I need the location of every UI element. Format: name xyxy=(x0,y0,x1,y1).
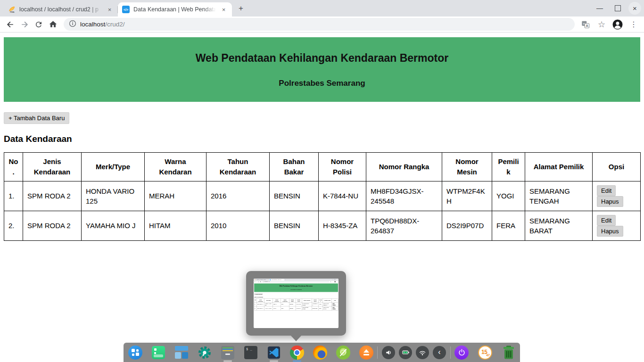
tab-close-icon[interactable]: × xyxy=(220,6,228,14)
table-cell: BENSIN xyxy=(270,181,319,211)
table-cell: 1. xyxy=(4,181,23,211)
home-button[interactable] xyxy=(46,17,60,32)
control-center-icon[interactable] xyxy=(198,343,212,362)
launcher-icon[interactable] xyxy=(128,343,142,362)
table-cell: 2. xyxy=(4,211,23,240)
add-data-button[interactable]: + Tambah Data Baru xyxy=(4,112,69,124)
tab-title: Data Kendaraan | Web Pendata xyxy=(133,6,216,13)
bookmark-star-icon[interactable]: ☆ xyxy=(594,17,609,32)
address-bar[interactable]: localhost/crud2/ xyxy=(64,18,575,31)
tab-bar: PMA localhost / localhost / crud2 | p × … xyxy=(0,0,644,16)
file-manager-icon[interactable] xyxy=(151,343,165,362)
battery-icon[interactable] xyxy=(398,343,413,362)
table-cell: SEMARANG BARAT xyxy=(525,211,593,240)
clock-minute: 47 xyxy=(486,354,490,357)
column-header: Alamat Pemilik xyxy=(525,153,593,181)
chrome-icon[interactable] xyxy=(290,343,304,362)
table-cell-actions: EditHapus xyxy=(593,211,641,240)
minimize-button[interactable]: — xyxy=(593,1,607,15)
vscode-icon[interactable] xyxy=(267,343,281,362)
android-studio-icon[interactable] xyxy=(336,343,350,362)
window-preview-popup[interactable]: PMA localhost / localhost / crud2 | p × … xyxy=(246,271,346,336)
table-cell: HITAM xyxy=(145,211,206,240)
wifi-icon[interactable] xyxy=(415,343,429,362)
table-cell: BENSIN xyxy=(270,211,319,240)
table-cell: YAMAHA MIO J xyxy=(82,211,145,240)
column-header: Nomor Rangka xyxy=(366,153,442,181)
forward-button[interactable] xyxy=(17,17,32,32)
trash-icon[interactable] xyxy=(502,343,516,362)
volume-icon[interactable] xyxy=(381,343,396,362)
table-row: 1.SPM RODA 2HONDA VARIO 125MERAH2016BENS… xyxy=(4,181,641,211)
power-icon[interactable] xyxy=(454,343,469,362)
text-editor-icon[interactable] xyxy=(221,343,235,362)
table-cell: K-7844-NU xyxy=(319,181,366,211)
column-header: Nomor Polisi xyxy=(319,153,366,181)
window-controls: — × xyxy=(593,0,641,16)
profile-avatar-icon[interactable] xyxy=(611,17,625,32)
column-header: Opsi xyxy=(593,153,641,181)
column-header: Jenis Kendaraan xyxy=(23,153,82,181)
phpmyadmin-favicon-icon: PMA xyxy=(8,6,16,13)
svg-text:A: A xyxy=(331,281,331,282)
multitasking-view-icon[interactable] xyxy=(174,343,189,362)
table-cell: SPM RODA 2 xyxy=(23,181,82,211)
window-preview-arrow xyxy=(290,335,302,341)
reload-button[interactable] xyxy=(32,17,46,32)
table-cell: YOGI xyxy=(492,181,525,211)
table-cell: 2016 xyxy=(206,181,270,211)
tab-phpmyadmin[interactable]: PMA localhost / localhost / crud2 | p × xyxy=(4,2,118,16)
table-cell: FERA xyxy=(492,211,525,240)
window-preview-thumbnail: PMA localhost / localhost / crud2 | p × … xyxy=(254,279,339,326)
section-title: Data Kendaraan xyxy=(4,134,644,144)
url-path: /crud2/ xyxy=(105,21,124,28)
column-header: Merk/Type xyxy=(82,153,145,181)
close-window-button[interactable]: × xyxy=(628,2,641,15)
tab-data-kendaraan[interactable]: Data Kendaraan | Web Pendata × xyxy=(118,2,232,16)
page-title: Web Pendataan Kehilangan Kendaraan Bermo… xyxy=(4,51,640,65)
table-cell: H-8345-ZA xyxy=(319,211,366,240)
column-header: Pemilik xyxy=(492,153,525,181)
dock-separator xyxy=(377,346,378,359)
table-header-row: No.Jenis KendaraanMerk/TypeWarna Kendara… xyxy=(4,153,641,181)
column-header: Bahan Bakar xyxy=(270,153,319,181)
table-cell: 2010 xyxy=(206,211,270,240)
dock-separator xyxy=(450,346,451,359)
table-cell: WTPM2F4KH xyxy=(442,181,492,211)
svg-text:≡: ≡ xyxy=(330,281,331,282)
firefox-icon[interactable] xyxy=(313,343,327,362)
dock-apps xyxy=(128,343,373,362)
svg-text:PMA: PMA xyxy=(255,280,256,280)
column-header: Tahun Kendaraan xyxy=(206,153,270,181)
page-banner: Web Pendataan Kehilangan Kendaraan Bermo… xyxy=(4,37,640,102)
table-row: 2.SPM RODA 2YAMAHA MIO JHITAM2010BENSINH… xyxy=(4,211,641,240)
clock-widget[interactable]: 15 47 xyxy=(478,343,492,362)
edit-button[interactable]: Edit xyxy=(597,185,616,196)
column-header: Nomor Mesin xyxy=(442,153,492,181)
browser-menu-icon[interactable]: ⋮ xyxy=(627,17,641,32)
table-cell: DS2I9P07D xyxy=(442,211,492,240)
table-cell: MH8FD34GJSX-245548 xyxy=(366,181,442,211)
hapus-button[interactable]: Hapus xyxy=(597,196,623,207)
tray-collapse-icon[interactable] xyxy=(432,343,446,362)
tab-close-icon[interactable]: × xyxy=(106,6,114,14)
url-text: localhost/crud2/ xyxy=(80,21,125,28)
browser-toolbar: localhost/crud2/ ≡ A ☆ ⋮ xyxy=(0,16,644,33)
site-info-icon[interactable] xyxy=(69,20,76,29)
translate-icon[interactable]: ≡ A xyxy=(578,17,593,32)
back-button[interactable] xyxy=(3,17,17,32)
hapus-button[interactable]: Hapus xyxy=(597,226,623,237)
svg-text:A: A xyxy=(586,24,588,28)
table-cell: SEMARANG TENGAH xyxy=(525,181,593,211)
table-cell-actions: EditHapus xyxy=(593,181,641,211)
maximize-button[interactable] xyxy=(611,1,625,15)
dock-tray xyxy=(381,343,446,362)
dock: 15 47 xyxy=(124,343,520,362)
terminal-icon[interactable] xyxy=(244,343,258,362)
window-preview-screen[interactable]: PMA localhost / localhost / crud2 | p × … xyxy=(254,279,339,328)
new-tab-button[interactable]: + xyxy=(235,2,247,15)
edit-button[interactable]: Edit xyxy=(597,215,616,226)
column-header: No. xyxy=(4,153,23,181)
table-cell: SPM RODA 2 xyxy=(23,211,82,240)
app-store-icon[interactable] xyxy=(359,343,373,362)
